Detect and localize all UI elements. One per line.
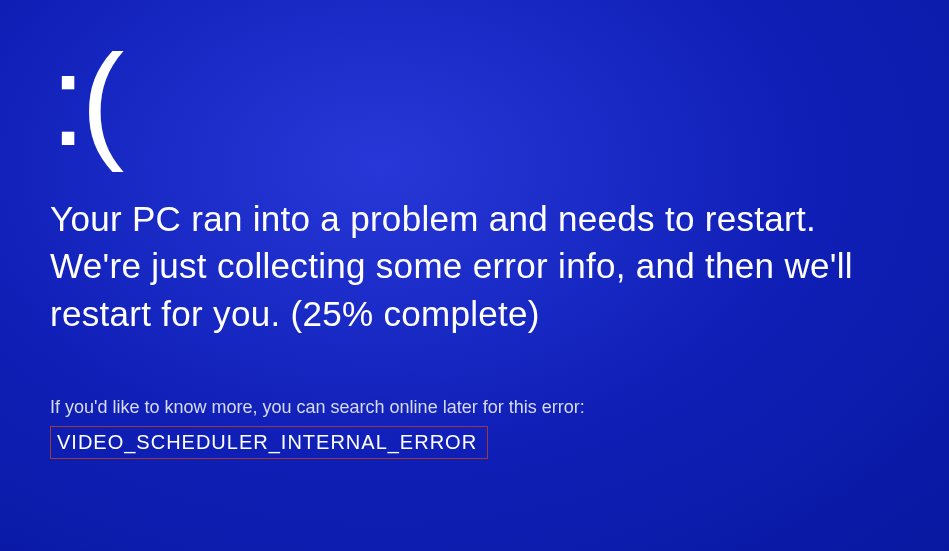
- sad-face-icon: :(: [50, 35, 899, 165]
- bsod-container: :( Your PC ran into a problem and needs …: [0, 0, 949, 459]
- search-info-text: If you'd like to know more, you can sear…: [50, 397, 899, 418]
- main-error-message: Your PC ran into a problem and needs to …: [50, 195, 899, 337]
- error-code: VIDEO_SCHEDULER_INTERNAL_ERROR: [50, 426, 488, 459]
